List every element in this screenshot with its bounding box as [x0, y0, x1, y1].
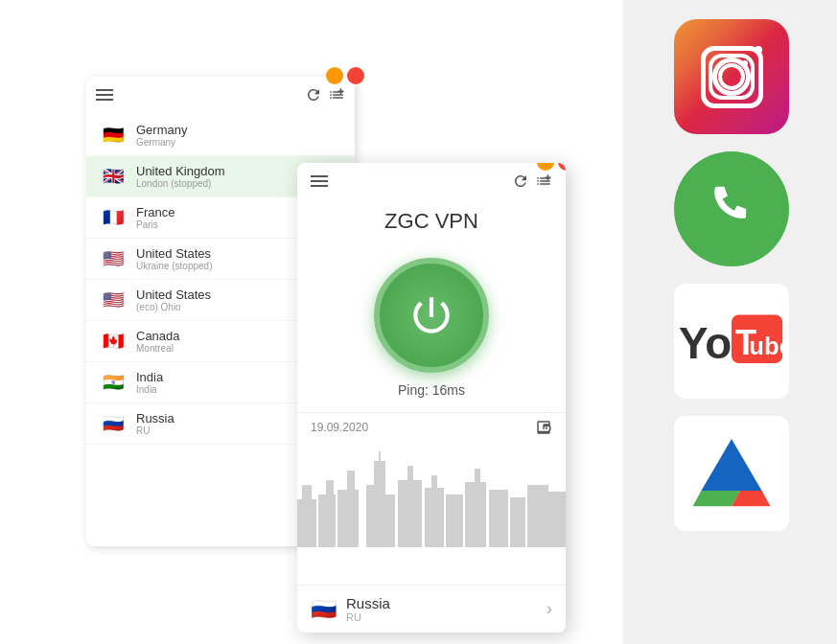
svg-rect-33 [548, 492, 566, 547]
menu-bar-front [297, 163, 566, 199]
hamburger-line [311, 180, 328, 182]
bottom-country-bar[interactable]: 🇷🇺 Russia RU › [297, 585, 566, 632]
hamburger-line [96, 89, 113, 91]
bottom-country-name: Russia [346, 595, 546, 611]
wallet-icon[interactable] [535, 419, 552, 436]
toolbar-icons-back [305, 86, 345, 104]
apps-panel: You T ube [626, 0, 837, 644]
toolbar-icons-front [512, 172, 552, 190]
instagram-app-icon[interactable] [674, 19, 789, 134]
flag-germany: 🇩🇪 [100, 126, 127, 144]
window-controls-front [537, 163, 566, 171]
svg-rect-21 [366, 485, 374, 547]
phone-app-icon[interactable] [674, 151, 789, 266]
minimize-button-front[interactable] [537, 163, 554, 171]
window-controls-back [326, 67, 364, 84]
svg-rect-20 [379, 451, 381, 466]
refresh-icon-back[interactable] [305, 86, 322, 104]
svg-point-2 [742, 60, 748, 66]
power-icon [407, 291, 455, 339]
ping-text: Ping: 16ms [297, 382, 566, 398]
svg-rect-16 [326, 480, 334, 547]
minimize-button-back[interactable] [326, 67, 343, 84]
svg-rect-22 [376, 494, 395, 547]
power-button-container [297, 258, 566, 373]
arrow-icon: › [546, 599, 552, 619]
close-button-front[interactable] [558, 163, 566, 171]
svg-rect-32 [527, 485, 548, 547]
country-info-germany: Germany Germany [136, 123, 341, 148]
bottom-country-flag: 🇷🇺 [311, 597, 337, 622]
date-bar: 19.09.2020 [297, 412, 566, 442]
flag-canada: 🇨🇦 [100, 333, 127, 350]
svg-rect-26 [431, 475, 437, 547]
flag-us1: 🇺🇸 [100, 250, 127, 267]
bottom-country-info: Russia RU [346, 595, 546, 623]
vpn-window-front: ZGC VPN Ping: 16ms 19.09.2020 [297, 163, 566, 632]
youtube-svg: You T ube [679, 303, 784, 380]
date-text: 19.09.2020 [311, 421, 368, 434]
country-name-germany: Germany [136, 123, 341, 137]
hamburger-line [311, 185, 328, 187]
instagram-dot [755, 46, 762, 54]
svg-rect-0 [710, 56, 753, 98]
country-item-germany[interactable]: 🇩🇪 Germany Germany [86, 115, 355, 156]
flag-france: 🇫🇷 [100, 209, 127, 226]
svg-text:ube: ube [749, 333, 784, 359]
svg-rect-24 [407, 466, 413, 547]
country-sub-germany: Germany [136, 137, 341, 148]
add-list-icon-front[interactable] [535, 172, 552, 190]
svg-marker-7 [702, 439, 762, 491]
svg-rect-31 [510, 497, 525, 547]
hamburger-line [311, 175, 328, 177]
app-title: ZGC VPN [297, 199, 566, 239]
flag-uk: 🇬🇧 [100, 168, 127, 185]
flag-russia: 🇷🇺 [100, 415, 127, 432]
drive-svg [688, 430, 775, 517]
svg-point-1 [720, 65, 743, 88]
svg-rect-27 [446, 494, 463, 547]
google-drive-app-icon[interactable] [674, 416, 789, 531]
svg-rect-14 [302, 485, 312, 547]
youtube-app-icon[interactable]: You T ube [674, 284, 789, 399]
refresh-icon-front[interactable] [512, 172, 529, 190]
svg-point-12 [546, 427, 547, 429]
bottom-country-code: RU [346, 611, 546, 623]
svg-rect-30 [489, 490, 508, 547]
menu-bar-back [86, 77, 355, 113]
flag-india: 🇮🇳 [100, 374, 127, 391]
instagram-svg [703, 48, 760, 105]
skyline-area [297, 442, 566, 547]
hamburger-line [96, 99, 113, 101]
svg-rect-18 [347, 471, 355, 547]
power-button[interactable] [374, 258, 489, 373]
hamburger-menu-front[interactable] [311, 175, 328, 187]
hamburger-menu-back[interactable] [96, 89, 113, 101]
close-button-back[interactable] [347, 67, 364, 84]
flag-us2: 🇺🇸 [100, 291, 127, 309]
phone-svg [698, 175, 765, 242]
svg-rect-29 [475, 469, 480, 547]
add-list-icon-back[interactable] [328, 86, 345, 104]
skyline-svg [297, 442, 566, 547]
hamburger-line [96, 94, 113, 96]
